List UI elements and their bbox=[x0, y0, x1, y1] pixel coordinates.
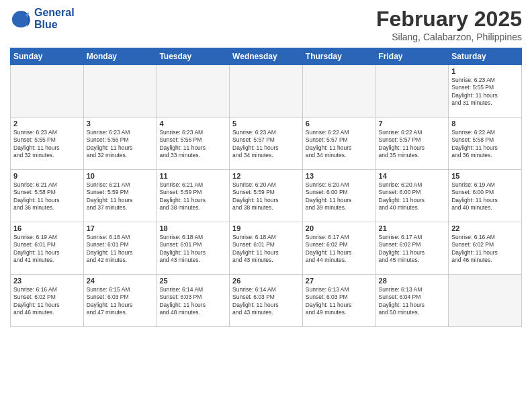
day-number: 21 bbox=[379, 224, 446, 232]
day-number: 12 bbox=[232, 172, 300, 180]
calendar-cell: 27Sunrise: 6:13 AM Sunset: 6:03 PM Dayli… bbox=[302, 275, 375, 327]
calendar-cell: 21Sunrise: 6:17 AM Sunset: 6:02 PM Dayli… bbox=[375, 222, 449, 275]
day-info: Sunrise: 6:23 AM Sunset: 5:56 PM Dayligh… bbox=[159, 129, 226, 160]
calendar-cell: 19Sunrise: 6:18 AM Sunset: 6:01 PM Dayli… bbox=[230, 222, 303, 275]
day-info: Sunrise: 6:13 AM Sunset: 6:04 PM Dayligh… bbox=[379, 286, 446, 317]
day-info: Sunrise: 6:23 AM Sunset: 5:56 PM Dayligh… bbox=[87, 129, 154, 160]
calendar-cell: 10Sunrise: 6:21 AM Sunset: 5:59 PM Dayli… bbox=[83, 170, 157, 222]
day-info: Sunrise: 6:22 AM Sunset: 5:57 PM Dayligh… bbox=[379, 129, 446, 160]
day-number: 27 bbox=[306, 277, 373, 285]
calendar-cell: 16Sunrise: 6:19 AM Sunset: 6:01 PM Dayli… bbox=[11, 222, 84, 275]
day-number: 25 bbox=[159, 277, 226, 285]
day-number: 10 bbox=[87, 172, 154, 180]
day-number: 19 bbox=[232, 224, 300, 232]
day-info: Sunrise: 6:18 AM Sunset: 6:01 PM Dayligh… bbox=[87, 234, 154, 265]
day-info: Sunrise: 6:19 AM Sunset: 6:01 PM Dayligh… bbox=[13, 234, 81, 265]
day-info: Sunrise: 6:22 AM Sunset: 5:57 PM Dayligh… bbox=[306, 129, 373, 160]
day-info: Sunrise: 6:17 AM Sunset: 6:02 PM Dayligh… bbox=[306, 234, 373, 265]
calendar-table: SundayMondayTuesdayWednesdayThursdayFrid… bbox=[10, 48, 522, 327]
day-info: Sunrise: 6:18 AM Sunset: 6:01 PM Dayligh… bbox=[232, 234, 300, 265]
week-row-4: 16Sunrise: 6:19 AM Sunset: 6:01 PM Dayli… bbox=[11, 222, 522, 275]
calendar-cell bbox=[11, 65, 84, 118]
day-info: Sunrise: 6:21 AM Sunset: 5:58 PM Dayligh… bbox=[13, 181, 81, 212]
day-number: 11 bbox=[159, 172, 226, 180]
day-info: Sunrise: 6:21 AM Sunset: 5:59 PM Dayligh… bbox=[87, 181, 154, 212]
week-row-2: 2Sunrise: 6:23 AM Sunset: 5:55 PM Daylig… bbox=[11, 118, 522, 170]
calendar-cell bbox=[157, 65, 230, 118]
calendar-cell bbox=[302, 65, 375, 118]
day-info: Sunrise: 6:16 AM Sunset: 6:02 PM Dayligh… bbox=[13, 286, 81, 317]
calendar-cell: 26Sunrise: 6:14 AM Sunset: 6:03 PM Dayli… bbox=[230, 275, 303, 327]
week-row-5: 23Sunrise: 6:16 AM Sunset: 6:02 PM Dayli… bbox=[11, 275, 522, 327]
day-header-thursday: Thursday bbox=[302, 48, 375, 65]
day-info: Sunrise: 6:19 AM Sunset: 6:00 PM Dayligh… bbox=[451, 181, 519, 212]
calendar-cell: 6Sunrise: 6:22 AM Sunset: 5:57 PM Daylig… bbox=[302, 118, 375, 170]
calendar-cell: 20Sunrise: 6:17 AM Sunset: 6:02 PM Dayli… bbox=[302, 222, 375, 275]
day-header-wednesday: Wednesday bbox=[230, 48, 303, 65]
day-info: Sunrise: 6:23 AM Sunset: 5:55 PM Dayligh… bbox=[451, 77, 519, 107]
day-number: 13 bbox=[306, 172, 373, 180]
day-number: 23 bbox=[13, 277, 81, 285]
week-row-3: 9Sunrise: 6:21 AM Sunset: 5:58 PM Daylig… bbox=[11, 170, 522, 222]
day-number: 22 bbox=[451, 224, 519, 232]
calendar-cell: 14Sunrise: 6:20 AM Sunset: 6:00 PM Dayli… bbox=[375, 170, 449, 222]
day-info: Sunrise: 6:20 AM Sunset: 6:00 PM Dayligh… bbox=[306, 181, 373, 212]
calendar-subtitle: Silang, Calabarzon, Philippines bbox=[376, 32, 522, 42]
calendar-cell: 8Sunrise: 6:22 AM Sunset: 5:58 PM Daylig… bbox=[449, 118, 522, 170]
calendar-title: February 2025 bbox=[376, 7, 522, 32]
day-number: 24 bbox=[87, 277, 154, 285]
calendar-cell: 28Sunrise: 6:13 AM Sunset: 6:04 PM Dayli… bbox=[375, 275, 449, 327]
day-number: 28 bbox=[379, 277, 446, 285]
day-info: Sunrise: 6:16 AM Sunset: 6:02 PM Dayligh… bbox=[451, 234, 519, 265]
logo-icon bbox=[10, 8, 32, 30]
page: General Blue February 2025 Silang, Calab… bbox=[0, 0, 532, 411]
day-number: 3 bbox=[87, 120, 154, 128]
calendar-cell bbox=[449, 275, 522, 327]
day-number: 16 bbox=[13, 224, 81, 232]
calendar-cell bbox=[230, 65, 303, 118]
day-number: 6 bbox=[306, 120, 373, 128]
day-info: Sunrise: 6:17 AM Sunset: 6:02 PM Dayligh… bbox=[379, 234, 446, 265]
calendar-cell: 7Sunrise: 6:22 AM Sunset: 5:57 PM Daylig… bbox=[375, 118, 449, 170]
title-block: February 2025 Silang, Calabarzon, Philip… bbox=[376, 7, 522, 42]
day-number: 4 bbox=[159, 120, 226, 128]
day-number: 5 bbox=[232, 120, 300, 128]
day-info: Sunrise: 6:13 AM Sunset: 6:03 PM Dayligh… bbox=[306, 286, 373, 317]
calendar-cell bbox=[83, 65, 157, 118]
day-number: 14 bbox=[379, 172, 446, 180]
day-info: Sunrise: 6:20 AM Sunset: 6:00 PM Dayligh… bbox=[379, 181, 446, 212]
calendar-cell: 24Sunrise: 6:15 AM Sunset: 6:03 PM Dayli… bbox=[83, 275, 157, 327]
calendar-cell: 23Sunrise: 6:16 AM Sunset: 6:02 PM Dayli… bbox=[11, 275, 84, 327]
day-info: Sunrise: 6:15 AM Sunset: 6:03 PM Dayligh… bbox=[87, 286, 154, 317]
day-number: 17 bbox=[87, 224, 154, 232]
day-info: Sunrise: 6:23 AM Sunset: 5:55 PM Dayligh… bbox=[13, 129, 81, 160]
day-number: 9 bbox=[13, 172, 81, 180]
day-header-saturday: Saturday bbox=[449, 48, 522, 65]
logo-text: General Blue bbox=[34, 7, 75, 31]
calendar-cell: 18Sunrise: 6:18 AM Sunset: 6:01 PM Dayli… bbox=[157, 222, 230, 275]
calendar-cell: 2Sunrise: 6:23 AM Sunset: 5:55 PM Daylig… bbox=[11, 118, 84, 170]
days-header-row: SundayMondayTuesdayWednesdayThursdayFrid… bbox=[11, 48, 522, 65]
day-info: Sunrise: 6:14 AM Sunset: 6:03 PM Dayligh… bbox=[232, 286, 300, 317]
day-number: 2 bbox=[13, 120, 81, 128]
calendar-cell: 12Sunrise: 6:20 AM Sunset: 5:59 PM Dayli… bbox=[230, 170, 303, 222]
day-number: 20 bbox=[306, 224, 373, 232]
day-info: Sunrise: 6:18 AM Sunset: 6:01 PM Dayligh… bbox=[159, 234, 226, 265]
day-header-sunday: Sunday bbox=[11, 48, 84, 65]
calendar-cell: 11Sunrise: 6:21 AM Sunset: 5:59 PM Dayli… bbox=[157, 170, 230, 222]
day-number: 26 bbox=[232, 277, 300, 285]
day-info: Sunrise: 6:23 AM Sunset: 5:57 PM Dayligh… bbox=[232, 129, 300, 160]
calendar-cell bbox=[375, 65, 449, 118]
logo: General Blue bbox=[10, 7, 75, 31]
day-header-tuesday: Tuesday bbox=[157, 48, 230, 65]
calendar-cell: 15Sunrise: 6:19 AM Sunset: 6:00 PM Dayli… bbox=[449, 170, 522, 222]
week-row-1: 1Sunrise: 6:23 AM Sunset: 5:55 PM Daylig… bbox=[11, 65, 522, 118]
calendar-cell: 22Sunrise: 6:16 AM Sunset: 6:02 PM Dayli… bbox=[449, 222, 522, 275]
calendar-cell: 1Sunrise: 6:23 AM Sunset: 5:55 PM Daylig… bbox=[449, 65, 522, 118]
day-info: Sunrise: 6:20 AM Sunset: 5:59 PM Dayligh… bbox=[232, 181, 300, 212]
calendar-cell: 5Sunrise: 6:23 AM Sunset: 5:57 PM Daylig… bbox=[230, 118, 303, 170]
day-number: 8 bbox=[451, 120, 519, 128]
day-header-monday: Monday bbox=[83, 48, 157, 65]
calendar-cell: 13Sunrise: 6:20 AM Sunset: 6:00 PM Dayli… bbox=[302, 170, 375, 222]
day-number: 7 bbox=[379, 120, 446, 128]
